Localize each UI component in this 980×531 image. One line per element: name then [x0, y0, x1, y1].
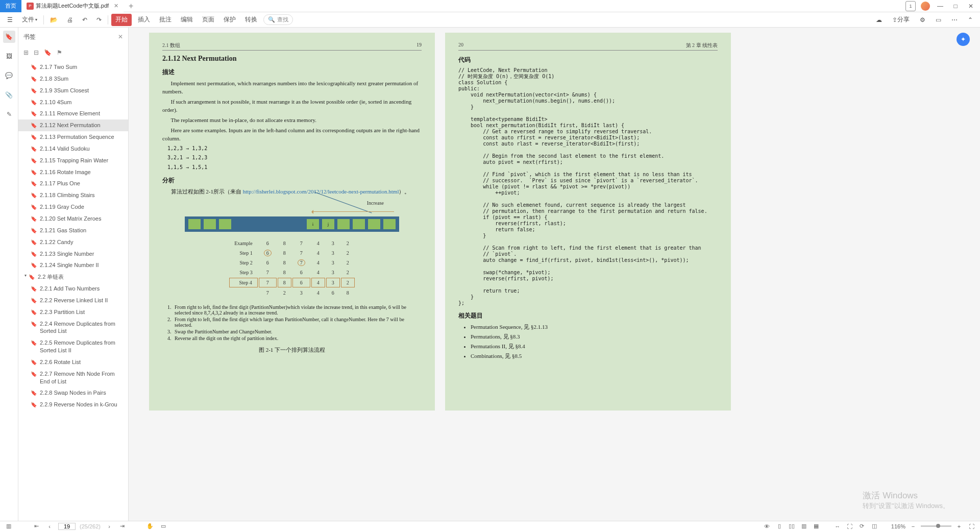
share-button[interactable]: ⇪ 分享	[889, 14, 913, 26]
bookmark-item[interactable]: 🔖2.1.22 Candy	[18, 236, 128, 248]
page-input[interactable]	[58, 523, 76, 530]
separator	[43, 15, 44, 25]
sidetab-sign[interactable]: ✎	[3, 108, 15, 120]
view-twocont-icon[interactable]: ▦	[812, 523, 821, 529]
bookmark-item[interactable]: 🔖2.1.8 3Sum	[18, 73, 128, 85]
zoom-in-icon[interactable]: +	[954, 523, 964, 529]
sidetab-thumbnail[interactable]: 🖼	[3, 50, 15, 62]
tab-home[interactable]: 首页	[0, 0, 21, 12]
bookmark-item[interactable]: 🔖2.1.20 Set Matrix Zeroes	[18, 213, 128, 225]
panel-toggle-icon[interactable]: ▥	[4, 523, 13, 529]
bookmark-item[interactable]: 🔖2.2.3 Partition List	[18, 306, 128, 318]
menu-insert[interactable]: 插入	[135, 14, 153, 26]
bookmark-item[interactable]: 🔖2.1.11 Remove Element	[18, 108, 128, 119]
bookmark-item[interactable]: 🔖2.1.15 Trapping Rain Water	[18, 155, 128, 166]
bookmark-flag-icon[interactable]: ⚑	[57, 49, 62, 56]
chevron-up-icon[interactable]: ⌃	[965, 14, 976, 26]
bookmark-item[interactable]: 🔖2.1.21 Gas Station	[18, 225, 128, 236]
bookmark-item[interactable]: 🔖2.2.8 Swap Nodes in Pairs	[18, 387, 128, 399]
fit-width-icon[interactable]: ↔	[833, 523, 842, 529]
tab-file[interactable]: P 算法刷题LeetCode中文版.pdf ✕	[21, 0, 124, 12]
bookmark-item[interactable]: 🔖2.2.1 Add Two Numbers	[18, 283, 128, 295]
fit-page-icon[interactable]: ⛶	[845, 523, 854, 529]
fullscreen-icon[interactable]: ⛶	[967, 523, 976, 529]
page-left: 2.1 数组19 2.1.12 Next Permutation 描述 Impl…	[149, 33, 435, 411]
view-single-icon[interactable]: ▯	[775, 523, 784, 529]
bookmark-item[interactable]: 🔖2.1.14 Valid Sudoku	[18, 143, 128, 155]
bookmark-item[interactable]: 🔖2.1.19 Gray Code	[18, 201, 128, 213]
side-tabs: 🔖 🖼 💬 📎 ✎	[0, 28, 18, 521]
first-page-icon[interactable]: ⇤	[32, 523, 41, 529]
bookmark-item[interactable]: 🔖2.1.17 Plus One	[18, 178, 128, 189]
bookmark-item[interactable]: 🔖2.1.9 3Sum Closest	[18, 85, 128, 96]
sidetab-bookmark[interactable]: 🔖	[3, 31, 15, 43]
maximize-icon[interactable]: □	[950, 1, 961, 11]
expand-all-icon[interactable]: ⊞	[23, 49, 29, 56]
open-icon[interactable]: 📂	[47, 14, 61, 26]
tab-add[interactable]: +	[124, 0, 138, 12]
close-panel-icon[interactable]: ✕	[118, 33, 123, 40]
toolbar: ☰ 文件 ▾ 📂 🖨 ↶ ↷ 开始 插入 批注 编辑 页面 保护 转换 🔍 查找…	[0, 12, 980, 28]
redo-icon[interactable]: ↷	[93, 14, 105, 26]
badge-icon[interactable]: 1	[905, 1, 916, 11]
select-icon[interactable]: ▭	[159, 523, 168, 529]
zoom-slider[interactable]	[921, 525, 951, 527]
window-close-icon[interactable]: ✕	[966, 1, 976, 11]
bookmark-item[interactable]: 🔖2.1.10 4Sum	[18, 96, 128, 108]
diagram: Increase ij Example687432Step 1687432Ste…	[162, 216, 422, 354]
menu-file[interactable]: 文件 ▾	[19, 14, 40, 26]
bookmark-item[interactable]: 🔖2.1.16 Rotate Image	[18, 166, 128, 178]
minimize-icon[interactable]: —	[935, 1, 945, 11]
bookmark-item[interactable]: 🔖2.2.7 Remove Nth Node From End of List	[18, 368, 128, 388]
view-cont-icon[interactable]: ▯▯	[787, 523, 796, 529]
menu-edit[interactable]: 编辑	[178, 14, 196, 26]
more-icon[interactable]: ⋯	[948, 14, 961, 26]
bookmark-item[interactable]: 🔖2.2.6 Rotate List	[18, 356, 128, 368]
menu-page[interactable]: 页面	[199, 14, 217, 26]
bookmark-item[interactable]: 🔖2.1.23 Single Number	[18, 248, 128, 260]
menu-annotate[interactable]: 批注	[156, 14, 175, 26]
zoom-out-icon[interactable]: −	[909, 523, 918, 529]
bookmark-item[interactable]: 🔖2.2.2 Reverse Linked List II	[18, 295, 128, 306]
avatar[interactable]	[921, 2, 930, 11]
gear-icon[interactable]: ⚙	[917, 14, 928, 26]
bookmark-item[interactable]: 🔖2.2.9 Reverse Nodes in k-Grou	[18, 399, 128, 411]
zoom-level: 116%	[891, 523, 905, 529]
bookmark-item[interactable]: 🔖2.1.12 Next Permutation	[18, 119, 128, 131]
rotate-icon[interactable]: ⟳	[857, 523, 867, 529]
bookmark-item[interactable]: ▾🔖2.2 单链表	[18, 271, 128, 283]
bookmark-item[interactable]: 🔖2.1.13 Permutation Sequence	[18, 131, 128, 143]
sidetab-attachment[interactable]: 📎	[3, 89, 15, 101]
menu-protect[interactable]: 保护	[220, 14, 239, 26]
bookmark-item[interactable]: 🔖2.1.18 Climbing Stairs	[18, 189, 128, 201]
bookmark-add-icon[interactable]: 🔖	[44, 49, 52, 56]
sidetab-comment[interactable]: 💬	[3, 69, 15, 82]
viewer[interactable]: 2.1 数组19 2.1.12 Next Permutation 描述 Impl…	[129, 28, 980, 521]
eye-icon[interactable]: 👁	[763, 523, 772, 529]
separator	[108, 15, 108, 25]
hand-icon[interactable]: ✋	[145, 523, 155, 529]
section-title: 2.1.12 Next Permutation	[162, 55, 422, 63]
hamburger-icon[interactable]: ☰	[4, 14, 16, 26]
window-icon[interactable]: ▭	[933, 14, 944, 26]
bookmark-item[interactable]: 🔖2.1.24 Single Number II	[18, 259, 128, 271]
next-page-icon[interactable]: ›	[105, 523, 114, 529]
bookmark-item[interactable]: 🔖2.1.7 Two Sum	[18, 61, 128, 73]
menu-convert[interactable]: 转换	[242, 14, 260, 26]
close-icon[interactable]: ✕	[114, 3, 118, 9]
search-input[interactable]: 🔍 查找	[263, 14, 293, 25]
cloud-icon[interactable]: ☁	[873, 14, 885, 26]
crop-icon[interactable]: ◫	[870, 523, 879, 529]
prev-page-icon[interactable]: ‹	[45, 523, 54, 529]
bookmarks-list: 🔖2.1.7 Two Sum🔖2.1.8 3Sum🔖2.1.9 3Sum Clo…	[18, 59, 128, 521]
collapse-all-icon[interactable]: ⊟	[34, 49, 39, 56]
last-page-icon[interactable]: ⇥	[118, 523, 127, 529]
print-icon[interactable]: 🖨	[64, 14, 76, 26]
bookmark-item[interactable]: 🔖2.2.5 Remove Duplicates from Sorted Lis…	[18, 337, 128, 356]
bookmark-item[interactable]: 🔖2.2.4 Remove Duplicates from Sorted Lis…	[18, 318, 128, 337]
menu-start[interactable]: 开始	[111, 14, 132, 26]
tab-file-label: 算法刷题LeetCode中文版.pdf	[36, 2, 109, 10]
view-two-icon[interactable]: ▥	[799, 523, 808, 529]
undo-icon[interactable]: ↶	[79, 14, 90, 26]
assistant-button[interactable]: ✦	[957, 33, 970, 46]
